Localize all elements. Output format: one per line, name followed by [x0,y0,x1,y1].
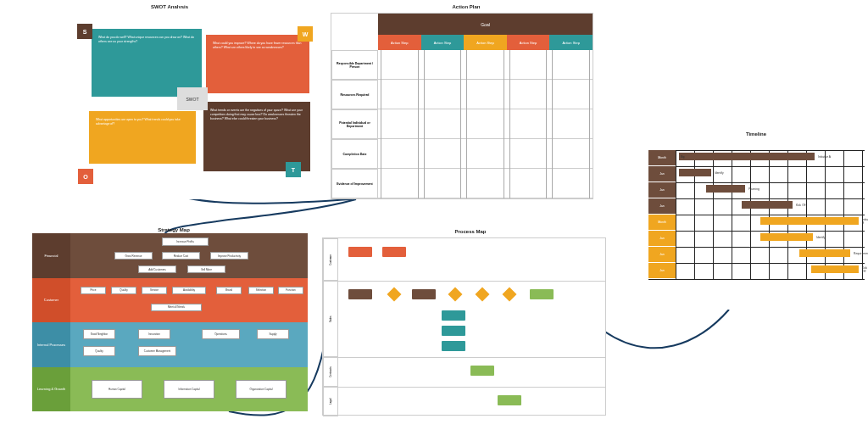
sm-node: Function [278,287,303,294]
sm-node: Service [142,287,167,294]
sm-node: Information Capital [164,380,214,399]
sm-node: Selection [248,287,274,294]
swot-threats: What trends or events are the negatives … [203,102,310,171]
sm-node: Human Capital [92,380,142,399]
pm-lane-0: Customer [323,238,338,281]
pm-start-1 [348,247,372,257]
sm-node: Availability [172,287,206,294]
strategy-panel: FinancialIncrease ProfitsGrow RevenueRed… [32,233,308,411]
pm-step-2 [412,289,436,299]
tl-bar-label: Planning [747,185,761,193]
timeline-panel: MonthJanJanJanMonthJanJanJan BigInitiati… [648,140,865,310]
swot-panel: What do you do well? What unique resourc… [38,8,292,199]
process-title: Process Map [445,229,496,234]
pm-dec-1 [387,288,402,302]
pm-lane-1: Sales [323,281,338,357]
pm-end-1 [530,289,554,299]
action-row-0: Responsible Department / Person [331,50,378,80]
sm-label-3: Learning & Growth [32,367,70,412]
sm-node: Operations [202,329,240,339]
swot-opportunities: What opportunities are open to you? What… [89,111,196,164]
sm-node: Grow Revenue [114,252,153,260]
sm-node: Innovation [138,329,170,339]
sm-node: Add Customers [138,265,176,273]
sm-label-0: Financial [32,233,70,278]
action-col-2: Action Step [464,35,507,50]
sm-node: Brand [216,287,242,294]
tl-bar [679,169,711,176]
sm-node: Organization Capital [236,380,287,399]
tl-bar-label: Kick Off [794,201,807,209]
tl-row-label: Jan [648,263,676,278]
swot-letter-o: O [78,169,93,184]
tl-bar-label: Initiative B [860,217,868,225]
swot-weaknesses: What could you improve? Where do you hav… [206,35,309,93]
sm-node: Quality [111,287,136,294]
tl-row-label: Jan [648,247,676,262]
sm-node: Improve Productivity [210,252,248,260]
pm-lane-2: Contracts [323,357,338,387]
tl-bar [811,265,859,273]
tl-bar-label: Identify [713,169,726,176]
sm-node: Good Neighbor [83,329,115,339]
action-col-1: Action Step [421,35,465,50]
pm-step-6 [470,366,494,376]
action-panel: Goal Action Step Action Step Action Step… [331,13,593,199]
pm-lane-3: Legal [323,387,338,416]
tl-row-label: Jan [648,166,676,181]
sm-node: Sell More [187,265,225,273]
swot-letter-w: W [298,26,313,42]
pm-step-7 [498,395,521,405]
tl-bar-label: Identify [815,233,827,241]
swot-strengths: What do you do well? What unique resourc… [92,29,202,97]
tl-bar-label: Kick Off [860,265,868,273]
swot-letter-s: S [77,24,92,39]
action-goal: Goal [378,14,593,35]
tl-row-label: Jan [648,182,676,198]
action-row-3: Completion Date [331,139,378,169]
pm-dec-2 [448,288,463,302]
swot-letter-t: T [286,162,301,177]
sm-node: Increase Profits [162,237,209,246]
pm-step-3 [442,310,465,321]
process-panel: Customer Sales Contracts Legal [322,237,606,416]
pm-step-4 [442,326,465,336]
tl-row-label: Jan [648,198,676,214]
pm-step-1 [348,289,372,299]
tl-bar [799,249,850,257]
tl-bar [742,201,793,209]
sm-node: Meet all Needs [151,304,202,311]
sm-label-1: Customer [32,278,70,323]
action-col-3: Action Step [507,35,550,50]
sm-node: Quality [83,346,115,356]
action-title: Action Plan [441,4,492,9]
tl-row-label: Month [648,215,676,230]
action-col-4: Action Step [549,35,593,50]
action-col-0: Action Step [378,35,421,50]
swot-center-label: SWOT [177,87,208,110]
pm-start-2 [382,247,406,257]
timeline-title: Timeline [731,131,782,137]
tl-row-label: Jan [648,231,676,246]
sm-node: Reduce Cost [162,252,200,260]
tl-bar-label: Requirements [852,249,868,257]
action-row-1: Resources Required [331,80,378,109]
action-row-4: Evidence of Improvement [331,169,378,198]
tl-bar [706,185,745,193]
pm-dec-4 [503,288,517,302]
tl-bar [760,217,859,225]
action-row-2: Potential Individual or Department [331,109,378,139]
tl-bar-label: Initiative A [816,153,832,160]
sm-node: Price [81,287,106,294]
tl-bar: Big [679,153,815,160]
tl-row-label: Month [648,150,676,165]
pm-dec-3 [476,288,490,302]
sm-node: Supply [257,329,289,339]
sm-label-2: Internal Processes [32,322,70,367]
strategy-title: Strategy Map [148,227,199,232]
pm-step-5 [442,341,465,351]
tl-bar [760,233,813,241]
sm-node: Customer Management [138,346,176,356]
